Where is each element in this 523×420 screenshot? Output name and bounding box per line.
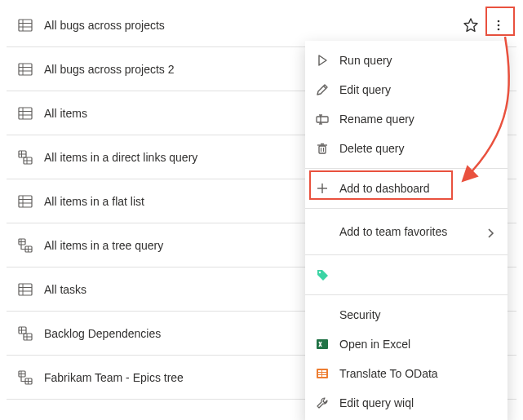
query-tree-icon bbox=[18, 238, 33, 253]
menu-item-label: Rename query bbox=[339, 113, 494, 126]
menu-item-label: Delete query bbox=[339, 142, 494, 155]
menu-item-label: Open in Excel bbox=[339, 338, 494, 351]
query-flat-icon bbox=[18, 18, 33, 33]
menu-item-label: Translate To OData bbox=[339, 367, 494, 380]
query-flat-icon bbox=[18, 282, 33, 297]
plus-icon bbox=[315, 181, 330, 196]
more-actions-button[interactable] bbox=[487, 14, 510, 37]
menu-rename-query[interactable]: Rename query bbox=[305, 104, 507, 134]
menu-item-label: Run query bbox=[339, 54, 494, 67]
tag-icon bbox=[315, 267, 330, 282]
query-flat-icon bbox=[18, 106, 33, 121]
menu-delete-query[interactable]: Delete query bbox=[305, 134, 507, 163]
query-flat-icon bbox=[18, 194, 33, 209]
excel-icon bbox=[315, 337, 330, 351]
query-links-icon bbox=[18, 150, 33, 165]
menu-separator bbox=[305, 254, 507, 255]
menu-open-in-excel[interactable]: Open in Excel bbox=[305, 329, 507, 359]
chevron-right-icon bbox=[486, 228, 494, 236]
menu-translate-odata[interactable]: Translate To OData bbox=[305, 359, 507, 388]
menu-edit-wiql[interactable]: Edit query wiql bbox=[305, 388, 507, 418]
menu-separator bbox=[305, 294, 507, 295]
query-label: All bugs across projects bbox=[44, 19, 463, 32]
trash-icon bbox=[315, 141, 330, 156]
menu-item-label: Security bbox=[339, 308, 494, 321]
menu-tag-color[interactable] bbox=[305, 260, 507, 290]
wrench-icon bbox=[315, 396, 330, 410]
pencil-icon bbox=[315, 82, 330, 97]
menu-run-query[interactable]: Run query bbox=[305, 46, 507, 75]
query-flat-icon bbox=[18, 62, 33, 77]
play-icon bbox=[315, 53, 330, 68]
menu-add-to-dashboard[interactable]: Add to dashboard bbox=[305, 174, 507, 203]
odata-icon bbox=[315, 366, 330, 381]
menu-security[interactable]: Security bbox=[305, 300, 507, 329]
menu-add-team-favorites[interactable]: Add to team favorites bbox=[305, 214, 507, 250]
menu-item-label: Edit query bbox=[339, 83, 494, 96]
context-menu: Run query Edit query Rename query Delete… bbox=[305, 41, 507, 420]
menu-separator bbox=[305, 208, 507, 209]
query-tree-icon bbox=[18, 370, 33, 385]
star-icon[interactable] bbox=[463, 17, 479, 33]
menu-edit-query[interactable]: Edit query bbox=[305, 75, 507, 104]
menu-separator bbox=[305, 168, 507, 169]
rename-icon bbox=[315, 112, 330, 126]
menu-item-label: Edit query wiql bbox=[339, 396, 494, 409]
menu-item-label: Add to dashboard bbox=[339, 182, 494, 195]
menu-item-label: Add to team favorites bbox=[339, 225, 486, 238]
query-links-icon bbox=[18, 326, 33, 341]
